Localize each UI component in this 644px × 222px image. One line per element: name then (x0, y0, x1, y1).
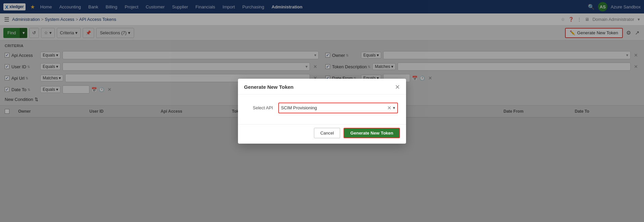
modal-overlay: Generate New Token ✕ Select API SCIM Pro… (0, 0, 644, 118)
dialog-select-api-wrapper[interactable]: SCIM Provisioning ✕ ▾ (278, 103, 398, 113)
dialog-close-button[interactable]: ✕ (395, 83, 400, 91)
dialog-select-clear-icon[interactable]: ✕ (386, 105, 393, 111)
select-api-label: Select API (246, 105, 273, 110)
generate-token-dialog: Generate New Token ✕ Select API SCIM Pro… (238, 79, 406, 118)
dialog-body: Select API SCIM Provisioning ✕ ▾ (238, 95, 406, 118)
dialog-field-row: Select API SCIM Provisioning ✕ ▾ (246, 103, 398, 113)
dialog-header: Generate New Token ✕ (238, 79, 406, 95)
dialog-select-arrow-icon[interactable]: ▾ (393, 105, 395, 110)
dialog-select-api-value: SCIM Provisioning (281, 105, 386, 110)
dialog-title: Generate New Token (244, 84, 293, 90)
